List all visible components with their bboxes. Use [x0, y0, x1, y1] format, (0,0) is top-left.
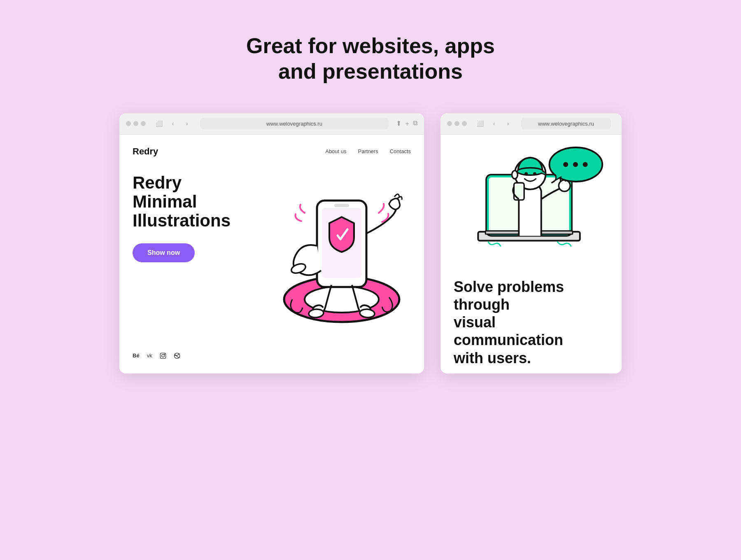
social-icons: Bé vk	[133, 352, 180, 360]
tab-icon[interactable]: ⬜	[153, 119, 165, 128]
svg-rect-0	[160, 353, 165, 358]
site-logo: Redry	[133, 146, 158, 157]
solve-text: Solve problems through visual communicat…	[454, 278, 608, 367]
right-back-btn[interactable]: ‹	[488, 119, 500, 128]
browsers-row: ⬜ ‹ › www.welovegraphics.ru ⬆ ＋ ⧉ Redry …	[119, 113, 622, 373]
svg-rect-8	[334, 204, 349, 207]
right-illustration	[454, 146, 608, 270]
left-address-bar[interactable]: www.welovegraphics.ru	[200, 118, 389, 129]
back-btn[interactable]: ‹	[167, 119, 179, 128]
new-tab-icon[interactable]: ＋	[404, 119, 410, 128]
right-address-bar[interactable]: www.welovegraphics.ru	[521, 118, 611, 129]
svg-point-1	[161, 354, 164, 357]
svg-rect-22	[515, 185, 522, 197]
site-nav: Redry About us Partners Contacts	[133, 146, 411, 157]
browser-controls: ⬜ ‹ ›	[153, 119, 193, 128]
copy-icon[interactable]: ⧉	[413, 119, 417, 128]
show-now-button[interactable]: Show now	[133, 243, 195, 262]
dot-green-r	[462, 121, 467, 126]
svg-point-18	[524, 172, 528, 175]
svg-point-26	[573, 162, 578, 167]
vk-icon[interactable]: vk	[147, 352, 152, 360]
left-browser-window: ⬜ ‹ › www.welovegraphics.ru ⬆ ＋ ⧉ Redry …	[119, 113, 424, 373]
nav-partners[interactable]: Partners	[358, 148, 378, 154]
browser-toolbar-actions: ⬆ ＋ ⧉	[396, 119, 417, 128]
hero-illustration	[268, 159, 416, 345]
right-browser-window: ⬜ ‹ › www.welovegraphics.ru	[440, 113, 622, 373]
svg-point-20	[512, 170, 517, 179]
share-icon[interactable]: ⬆	[396, 119, 401, 128]
instagram-icon[interactable]	[160, 352, 166, 360]
svg-point-17	[517, 168, 543, 175]
right-tab-icon[interactable]: ⬜	[474, 119, 486, 128]
dribbble-icon[interactable]	[174, 352, 180, 360]
svg-point-11	[359, 308, 375, 318]
svg-point-27	[583, 162, 588, 167]
left-browser-content: Redry About us Partners Contacts Redry M…	[119, 135, 424, 373]
nav-contacts[interactable]: Contacts	[390, 148, 411, 154]
right-forward-btn[interactable]: ›	[502, 119, 514, 128]
dot-red	[126, 121, 131, 126]
svg-point-10	[308, 308, 324, 318]
forward-btn[interactable]: ›	[181, 119, 193, 128]
main-headline: Great for websites, apps and presentatio…	[246, 33, 495, 84]
dot-yellow	[133, 121, 138, 126]
browser-dots	[126, 121, 146, 126]
behance-icon[interactable]: Bé	[133, 352, 140, 360]
right-browser-dots	[447, 121, 467, 126]
right-browser-content: Solve problems through visual communicat…	[440, 135, 622, 373]
dot-yellow-r	[454, 121, 459, 126]
svg-point-19	[533, 172, 536, 175]
nav-links: About us Partners Contacts	[325, 148, 411, 154]
svg-point-25	[563, 162, 568, 167]
svg-point-2	[164, 354, 165, 354]
dot-green	[141, 121, 146, 126]
dot-red-r	[447, 121, 452, 126]
left-browser-chrome: ⬜ ‹ › www.welovegraphics.ru ⬆ ＋ ⧉	[119, 113, 424, 135]
right-browser-controls: ⬜ ‹ ›	[474, 119, 514, 128]
nav-about[interactable]: About us	[325, 148, 346, 154]
right-browser-chrome: ⬜ ‹ › www.welovegraphics.ru	[440, 113, 622, 135]
